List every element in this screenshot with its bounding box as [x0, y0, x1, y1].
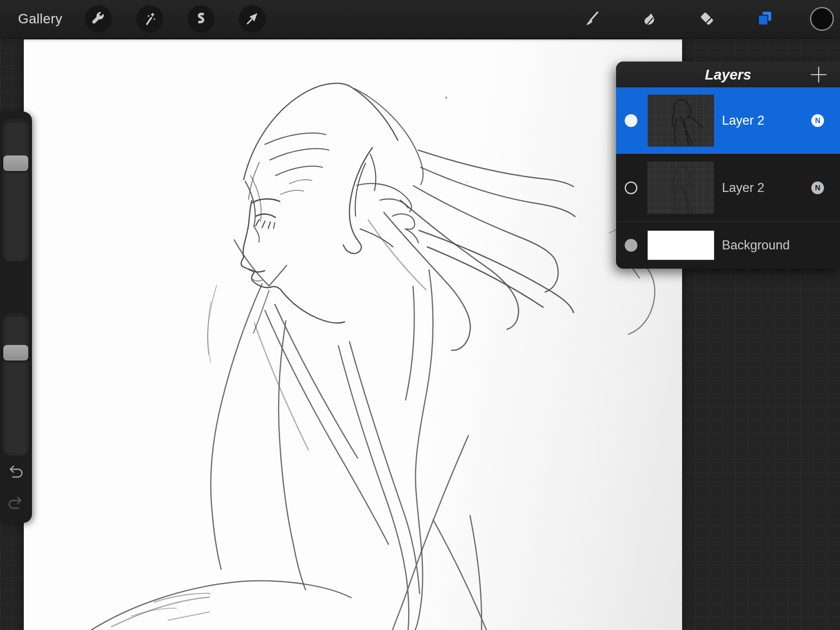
undo-button[interactable] [7, 463, 25, 481]
opacity-handle[interactable] [3, 345, 28, 361]
eraser-icon [698, 9, 717, 28]
layer-name: Background [722, 238, 790, 253]
adjustments-button[interactable] [136, 5, 163, 32]
selection-button[interactable] [187, 5, 215, 32]
brush-size-slider[interactable] [3, 120, 28, 261]
brush-sidebar [0, 112, 32, 523]
top-toolbar: Gallery [0, 0, 840, 38]
layers-panel: Layers [616, 62, 840, 269]
wrench-icon [90, 11, 107, 27]
plus-icon [810, 66, 828, 84]
undo-arrow-icon [7, 464, 24, 479]
visibility-checkbox[interactable] [625, 181, 637, 194]
drawing-canvas[interactable] [24, 39, 682, 630]
layer-thumbnail[interactable] [648, 162, 714, 214]
layers-button[interactable] [751, 5, 778, 32]
visibility-checkbox[interactable] [625, 239, 637, 252]
transform-arrow-icon [244, 11, 260, 27]
brush-size-handle[interactable] [3, 155, 28, 171]
layer-thumbnail[interactable] [648, 95, 714, 147]
redo-button[interactable] [7, 494, 25, 512]
layer-row-background[interactable]: Background [616, 221, 840, 269]
layer-name: Layer 2 [722, 113, 764, 128]
visibility-checkbox[interactable] [625, 114, 637, 127]
opacity-slider[interactable] [3, 314, 28, 455]
selection-s-icon [193, 11, 209, 27]
procreate-app: Gallery [0, 0, 840, 630]
smudge-icon [640, 9, 659, 28]
layers-panel-header: Layers [616, 62, 840, 87]
magic-wand-icon [142, 11, 158, 27]
paint-button[interactable] [578, 5, 605, 32]
redo-arrow-icon [7, 495, 24, 510]
blend-mode-badge[interactable]: N [811, 181, 824, 194]
add-layer-button[interactable] [807, 63, 830, 86]
layer-row-layer2[interactable]: Layer 2 N [616, 154, 840, 221]
layer-row-layer2-selected[interactable]: Layer 2 N [616, 87, 840, 154]
blend-mode-badge[interactable]: N [811, 114, 824, 127]
actions-button[interactable] [85, 5, 112, 32]
color-circle-button[interactable] [810, 7, 834, 31]
layer-name: Layer 2 [722, 180, 764, 195]
smudge-button[interactable] [636, 5, 663, 32]
brush-icon [582, 9, 601, 28]
erase-button[interactable] [694, 5, 721, 32]
layers-panel-title: Layers [616, 62, 840, 87]
layers-icon [755, 9, 774, 28]
transform-button[interactable] [239, 5, 266, 32]
gallery-button[interactable]: Gallery [18, 0, 62, 38]
sketch-artwork [24, 39, 682, 630]
layer-thumbnail[interactable] [648, 231, 714, 260]
